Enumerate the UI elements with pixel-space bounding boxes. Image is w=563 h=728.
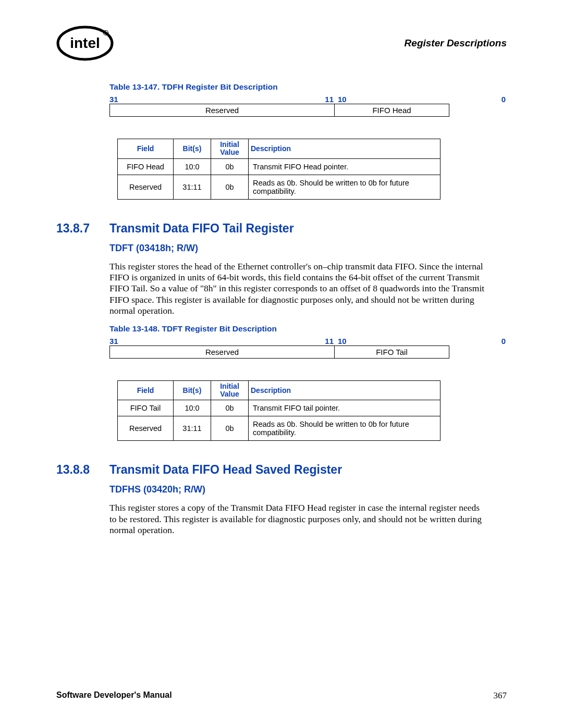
register-name-1388: TDFHS (03420h; R/W): [109, 484, 507, 495]
table-row: FIFO Head 10:0 0b Transmit FIFO Head poi…: [118, 158, 440, 175]
section-1387-heading: 13.8.7 Transmit Data FIFO Tail Register: [56, 221, 507, 236]
bit-range-148: 31 11 10 0: [109, 337, 507, 346]
cell: FIFO Head: [118, 158, 174, 175]
content: Table 13-147. TDFH Register Bit Descript…: [56, 82, 507, 536]
cell: 10:0: [174, 400, 211, 416]
cell: 31:11: [174, 416, 211, 441]
th-desc: Description: [249, 139, 440, 159]
bit-mid1: 11: [321, 95, 334, 104]
th-desc: Description: [249, 380, 440, 400]
body-1387: This register stores the head of the Eth…: [109, 261, 485, 317]
cell: 0b: [211, 400, 249, 416]
cell: Reserved: [118, 416, 174, 441]
bit-lo: 0: [351, 95, 507, 104]
table-148: Field Bit(s) InitialValue Description FI…: [117, 380, 440, 441]
bit-hi: 31: [109, 95, 321, 104]
page-footer: Software Developer's Manual 367: [56, 690, 507, 701]
table-row: Reserved 31:11 0b Reads as 0b. Should be…: [118, 175, 440, 199]
bit-layout-left: Reserved: [110, 104, 335, 116]
bit-layout-right: FIFO Tail: [335, 346, 449, 358]
table-148-caption: Table 13-148. TDFT Register Bit Descript…: [109, 324, 507, 334]
intel-logo: intel R: [56, 25, 114, 61]
bit-hi: 31: [109, 337, 321, 346]
svg-text:intel: intel: [70, 35, 100, 51]
cell: 0b: [211, 416, 249, 441]
bit-range-147: 31 11 10 0: [109, 95, 507, 104]
cell: FIFO Tail: [118, 400, 174, 416]
cell: Reads as 0b. Should be written to 0b for…: [249, 416, 440, 441]
th-field: Field: [118, 380, 174, 400]
cell: 0b: [211, 158, 249, 175]
svg-text:R: R: [105, 32, 107, 35]
cell: Reads as 0b. Should be written to 0b for…: [249, 175, 440, 199]
section-number: 13.8.7: [56, 221, 109, 236]
bit-layout-148: Reserved FIFO Tail: [109, 346, 449, 359]
bit-mid2: 10: [334, 95, 351, 104]
section-title: Transmit Data FIFO Head Saved Register: [109, 463, 342, 477]
cell: 0b: [211, 175, 249, 199]
table-header-row: Field Bit(s) InitialValue Description: [118, 139, 440, 159]
section-1388-heading: 13.8.8 Transmit Data FIFO Head Saved Reg…: [56, 463, 507, 477]
th-bits: Bit(s): [174, 139, 211, 159]
table-147: Field Bit(s) InitialValue Description FI…: [117, 139, 440, 200]
page-number: 367: [494, 690, 507, 701]
bit-layout-147: Reserved FIFO Head: [109, 104, 449, 117]
cell: Transmit FIFO tail pointer.: [249, 400, 440, 416]
bit-mid2: 10: [334, 337, 351, 346]
th-initial: InitialValue: [211, 139, 249, 159]
th-initial: InitialValue: [211, 380, 249, 400]
table-147-caption: Table 13-147. TDFH Register Bit Descript…: [109, 82, 507, 92]
page-header: intel R Register Descriptions: [56, 25, 507, 61]
register-name-1387: TDFT (03418h; R/W): [109, 243, 507, 254]
table-header-row: Field Bit(s) InitialValue Description: [118, 380, 440, 400]
th-bits: Bit(s): [174, 380, 211, 400]
body-1388: This register stores a copy of the Trans…: [109, 502, 485, 536]
table-row: FIFO Tail 10:0 0b Transmit FIFO tail poi…: [118, 400, 440, 416]
cell: Transmit FIFO Head pointer.: [249, 158, 440, 175]
header-title: Register Descriptions: [405, 38, 507, 49]
section-title: Transmit Data FIFO Tail Register: [109, 221, 294, 236]
cell: Reserved: [118, 175, 174, 199]
bit-layout-right: FIFO Head: [335, 104, 449, 116]
cell: 31:11: [174, 175, 211, 199]
table-row: Reserved 31:11 0b Reads as 0b. Should be…: [118, 416, 440, 441]
cell: 10:0: [174, 158, 211, 175]
page: intel R Register Descriptions Table 13-1…: [0, 0, 563, 728]
bit-lo: 0: [351, 337, 507, 346]
th-field: Field: [118, 139, 174, 159]
bit-mid1: 11: [321, 337, 334, 346]
section-number: 13.8.8: [56, 463, 109, 477]
bit-layout-left: Reserved: [110, 346, 335, 358]
footer-title: Software Developer's Manual: [56, 690, 172, 701]
